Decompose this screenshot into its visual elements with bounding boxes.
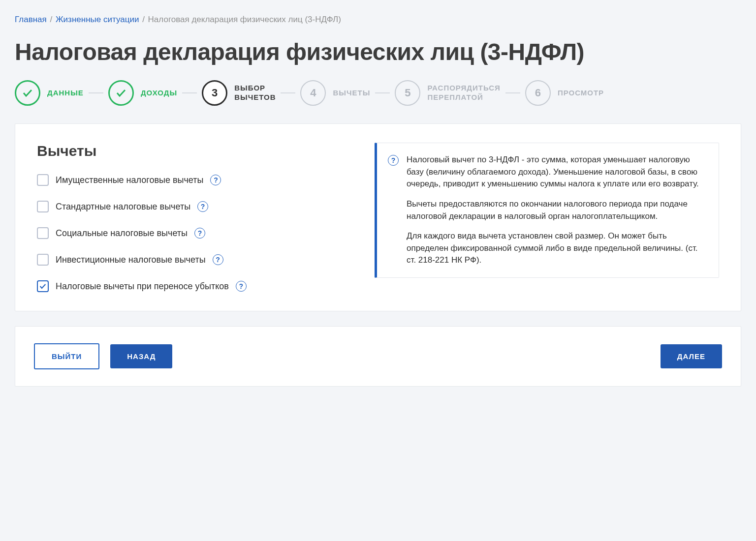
breadcrumb: Главная / Жизненные ситуации / Налоговая… — [15, 15, 741, 25]
exit-button[interactable]: ВЫЙТИ — [34, 343, 99, 369]
help-icon[interactable]: ? — [210, 175, 221, 185]
step-connector — [182, 92, 197, 93]
help-icon[interactable]: ? — [213, 254, 223, 265]
step-label: ВЫЧЕТЫ — [333, 89, 370, 98]
deduction-row: Инвестиционные налоговые вычеты ? — [37, 254, 355, 266]
check-icon — [108, 80, 134, 106]
step-4: 4 ВЫЧЕТЫ — [300, 80, 370, 106]
deduction-row: Стандартные налоговые вычеты ? — [37, 201, 355, 212]
help-icon[interactable]: ? — [197, 201, 208, 212]
deduction-row: Налоговые вычеты при переносе убытков ? — [37, 280, 355, 292]
main-panel: Вычеты Имущественные налоговые вычеты ? … — [15, 123, 741, 311]
step-5: 5 РАСПОРЯДИТЬСЯ ПЕРЕПЛАТОЙ — [395, 80, 501, 106]
step-number: 4 — [300, 80, 326, 106]
breadcrumb-home[interactable]: Главная — [15, 15, 47, 24]
step-2[interactable]: ДОХОДЫ — [108, 80, 177, 106]
step-connector — [375, 92, 390, 93]
help-icon[interactable]: ? — [194, 228, 205, 239]
step-number: 3 — [202, 80, 227, 106]
step-label: ПРОСМОТР — [558, 89, 604, 98]
step-label: ДОХОДЫ — [141, 89, 177, 98]
step-connector — [281, 92, 295, 93]
deduction-label[interactable]: Инвестиционные налоговые вычеты — [56, 255, 206, 265]
info-paragraph: Для каждого вида вычета установлен свой … — [407, 230, 706, 267]
check-icon — [15, 80, 40, 106]
stepper: ДАННЫЕ ДОХОДЫ 3 ВЫБОР ВЫЧЕТОВ 4 ВЫЧЕТЫ 5… — [15, 80, 741, 106]
step-number: 6 — [525, 80, 551, 106]
step-label: РАСПОРЯДИТЬСЯ ПЕРЕПЛАТОЙ — [427, 84, 501, 102]
checkbox-property[interactable] — [37, 174, 49, 186]
checkbox-social[interactable] — [37, 227, 49, 239]
breadcrumb-separator: / — [142, 15, 145, 24]
section-title: Вычеты — [37, 143, 355, 159]
step-connector — [505, 92, 520, 93]
breadcrumb-situations[interactable]: Жизненные ситуации — [56, 15, 139, 24]
checkbox-standard[interactable] — [37, 201, 49, 212]
back-button[interactable]: НАЗАД — [110, 344, 172, 368]
deduction-label[interactable]: Стандартные налоговые вычеты — [56, 202, 190, 212]
next-button[interactable]: ДАЛЕЕ — [661, 344, 722, 368]
info-content: Налоговый вычет по 3-НДФЛ - это сумма, к… — [407, 154, 706, 267]
step-1[interactable]: ДАННЫЕ — [15, 80, 84, 106]
help-icon[interactable]: ? — [236, 281, 247, 292]
step-6: 6 ПРОСМОТР — [525, 80, 604, 106]
breadcrumb-separator: / — [50, 15, 52, 24]
breadcrumb-current: Налоговая декларация физических лиц (3-Н… — [148, 15, 341, 24]
footer-panel: ВЫЙТИ НАЗАД ДАЛЕЕ — [15, 326, 741, 387]
help-icon: ? — [388, 155, 399, 166]
info-paragraph: Налоговый вычет по 3-НДФЛ - это сумма, к… — [407, 154, 706, 190]
step-label: ДАННЫЕ — [47, 89, 84, 98]
page-title: Налоговая декларация физических лиц (3-Н… — [15, 38, 741, 65]
step-connector — [89, 92, 103, 93]
step-number: 5 — [395, 80, 420, 106]
checkbox-loss-carryforward[interactable] — [37, 280, 49, 292]
deduction-label[interactable]: Социальные налоговые вычеты — [56, 228, 188, 239]
deduction-row: Социальные налоговые вычеты ? — [37, 227, 355, 239]
info-paragraph: Вычеты предоставляются по окончании нало… — [407, 198, 706, 222]
deductions-section: Вычеты Имущественные налоговые вычеты ? … — [37, 143, 355, 292]
step-3[interactable]: 3 ВЫБОР ВЫЧЕТОВ — [202, 80, 276, 106]
info-box: ? Налоговый вычет по 3-НДФЛ - это сумма,… — [375, 143, 719, 278]
deduction-row: Имущественные налоговые вычеты ? — [37, 174, 355, 186]
deduction-label[interactable]: Имущественные налоговые вычеты — [56, 175, 203, 185]
deduction-label[interactable]: Налоговые вычеты при переносе убытков — [56, 281, 229, 292]
step-label: ВЫБОР ВЫЧЕТОВ — [234, 84, 276, 102]
checkbox-investment[interactable] — [37, 254, 49, 266]
